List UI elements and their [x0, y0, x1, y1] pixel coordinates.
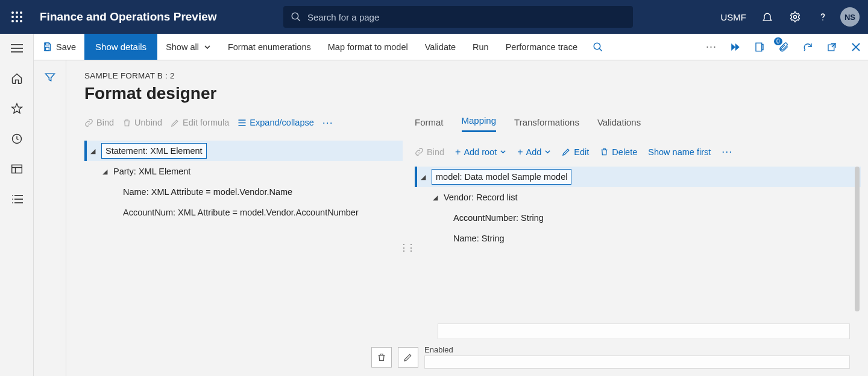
caret-icon[interactable]: ◢: [433, 194, 444, 202]
tree-label: model: Data model Sample model: [432, 169, 571, 185]
path-field[interactable]: [438, 323, 850, 339]
favorites-icon[interactable]: [6, 100, 28, 117]
edit-formula-button[interactable]: Edit formula: [171, 118, 229, 127]
tree-row[interactable]: AccountNumber: String: [415, 208, 861, 228]
hamburger-icon[interactable]: [6, 40, 28, 57]
show-details-button[interactable]: Show details: [84, 34, 157, 60]
delete-button[interactable]: Delete: [600, 147, 637, 157]
attach-badge: 0: [774, 37, 782, 45]
bind-button[interactable]: Bind: [415, 147, 444, 157]
svg-point-2: [20, 11, 22, 14]
pencil-icon: [171, 118, 180, 127]
avatar[interactable]: NS: [840, 7, 860, 27]
app-launcher-icon[interactable]: [0, 11, 34, 22]
tab-label: Mapping: [462, 115, 497, 126]
attachments-icon[interactable]: 0: [772, 34, 796, 60]
modules-icon[interactable]: [6, 191, 28, 208]
tab-format[interactable]: Format: [415, 117, 444, 132]
delete-label: Delete: [612, 147, 637, 157]
edit-label: Edit: [574, 147, 589, 157]
caret-icon[interactable]: ◢: [421, 173, 432, 181]
chevron-down-icon: [500, 148, 506, 155]
svg-point-9: [292, 13, 298, 19]
svg-point-28: [594, 43, 600, 49]
expand-collapse-button[interactable]: Expand/collapse: [237, 118, 313, 127]
save-button[interactable]: Save: [34, 34, 84, 60]
notifications-icon[interactable]: [755, 0, 780, 34]
global-search[interactable]: [283, 6, 633, 28]
main: SAMPLE FORMAT B : 2 Format designer Bind…: [34, 60, 868, 376]
tree-row[interactable]: ◢ Statement: XML Element: [84, 141, 403, 161]
search-input[interactable]: [307, 12, 626, 22]
overflow-icon[interactable]: ···: [699, 34, 723, 60]
mapping-toolbar: Bind + Add root + Add Edit: [415, 145, 861, 158]
tab-label: Transformations: [514, 117, 579, 127]
tab-label: Format: [415, 117, 444, 127]
add-button[interactable]: + Add: [517, 147, 551, 158]
header-right: USMF NS: [721, 0, 864, 34]
map-format-button[interactable]: Map format to model: [319, 34, 417, 60]
add-label: Add: [526, 147, 542, 157]
tab-transformations[interactable]: Transformations: [514, 117, 579, 132]
action-search-icon[interactable]: [586, 34, 610, 60]
svg-point-5: [20, 16, 22, 18]
edit-binding-button[interactable]: [398, 347, 418, 368]
run-button[interactable]: Run: [464, 34, 497, 60]
format-overflow-icon[interactable]: ···: [322, 116, 333, 129]
delete-binding-button[interactable]: [371, 347, 392, 368]
mapping-overflow-icon[interactable]: ···: [722, 145, 732, 158]
scrollbar[interactable]: [855, 167, 860, 311]
popout-icon[interactable]: [820, 34, 844, 60]
trash-icon: [377, 352, 386, 362]
caret-icon[interactable]: ◢: [102, 168, 113, 176]
svg-rect-26: [46, 43, 49, 45]
company-code[interactable]: USMF: [721, 12, 747, 22]
plus-icon: +: [517, 147, 523, 158]
chevron-down-icon: [544, 148, 551, 155]
show-all-label: Show all: [166, 42, 199, 52]
format-enumerations-button[interactable]: Format enumerations: [219, 34, 319, 60]
refresh-icon[interactable]: [796, 34, 820, 60]
workspaces-icon[interactable]: [6, 161, 28, 177]
search-icon: [291, 11, 301, 22]
close-icon[interactable]: [844, 34, 868, 60]
home-icon[interactable]: [6, 70, 28, 87]
filter-column: [34, 60, 66, 376]
tab-validations[interactable]: Validations: [597, 117, 641, 132]
pencil-icon: [403, 352, 413, 362]
bind-button[interactable]: Bind: [84, 118, 114, 127]
chevron-down-icon: [204, 43, 211, 51]
pencil-icon: [562, 147, 571, 156]
tree-row[interactable]: ◢ Party: XML Element: [84, 161, 403, 182]
edit-button[interactable]: Edit: [562, 147, 589, 157]
top-header: Finance and Operations Preview USMF NS: [0, 0, 868, 34]
tree-row[interactable]: Name: XML Attribute = model.Vendor.Name: [84, 182, 403, 202]
run-label: Run: [473, 42, 489, 52]
show-name-first-button[interactable]: Show name first: [648, 147, 711, 157]
tab-label: Validations: [597, 117, 641, 127]
tree-label: AccountNumber: String: [453, 213, 544, 223]
caret-icon[interactable]: ◢: [90, 147, 101, 155]
show-all-button[interactable]: Show all: [157, 34, 219, 60]
help-icon[interactable]: [810, 0, 835, 34]
unbind-button[interactable]: Unbind: [122, 118, 162, 127]
tree-row[interactable]: Name: String: [415, 228, 861, 249]
filter-icon[interactable]: [44, 71, 56, 376]
tree-label: AccountNum: XML Attribute = model.Vendor…: [123, 208, 359, 217]
settings-icon[interactable]: [782, 0, 808, 34]
trash-icon: [122, 118, 131, 127]
svg-point-3: [11, 16, 14, 18]
recent-icon[interactable]: [6, 130, 28, 147]
validate-button[interactable]: Validate: [417, 34, 464, 60]
tree-row[interactable]: ◢ model: Data model Sample model: [415, 167, 861, 187]
tree-row[interactable]: AccountNum: XML Attribute = model.Vendor…: [84, 202, 403, 223]
add-root-button[interactable]: + Add root: [455, 147, 506, 158]
tab-mapping[interactable]: Mapping: [462, 115, 497, 132]
content: SAMPLE FORMAT B : 2 Format designer Bind…: [66, 60, 868, 376]
tree-row[interactable]: ◢ Vendor: Record list: [415, 187, 861, 208]
power-automate-icon[interactable]: [723, 34, 747, 60]
performance-trace-button[interactable]: Performance trace: [497, 34, 586, 60]
enabled-field[interactable]: [424, 355, 850, 369]
office-icon[interactable]: [747, 34, 772, 60]
svg-point-11: [794, 16, 797, 19]
